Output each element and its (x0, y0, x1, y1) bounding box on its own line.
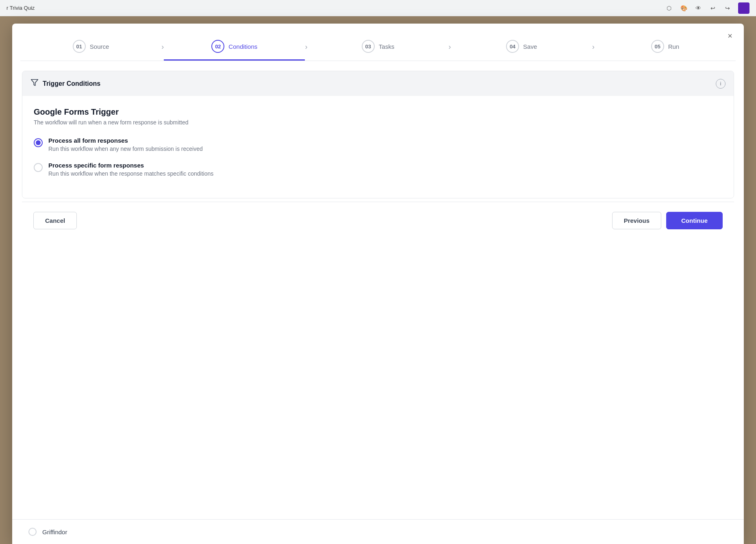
step-tasks-number: 03 (362, 40, 375, 53)
radio-sublabel-specific: Run this workflow when the response matc… (48, 170, 213, 177)
trigger-section: Trigger Conditions i Google Forms Trigge… (22, 71, 734, 198)
radio-label-all: Process all form responses (48, 137, 203, 144)
radio-sublabel-all: Run this workflow when any new form subm… (48, 146, 203, 152)
step-conditions-number: 02 (211, 40, 224, 53)
radio-button-specific[interactable] (34, 163, 43, 172)
browser-title: r Trivia Quiz (7, 5, 35, 11)
filter-icon (30, 78, 39, 89)
radio-button-all[interactable] (34, 138, 43, 147)
bottom-partial: Griffindor (12, 519, 744, 544)
redo-icon[interactable]: ↪ (723, 4, 732, 12)
previous-button[interactable]: Previous (612, 212, 661, 229)
step-source-number: 01 (73, 40, 86, 53)
step-run[interactable]: 05 Run (595, 32, 736, 61)
griffindor-radio[interactable] (28, 528, 37, 536)
trigger-body: Google Forms Trigger The workflow will r… (22, 96, 734, 198)
griffindor-label: Griffindor (42, 529, 67, 535)
color-icon[interactable]: 🎨 (680, 4, 688, 12)
radio-option-specific-text: Process specific form responses Run this… (48, 162, 213, 177)
footer-divider (22, 202, 734, 202)
modal: × 01 Source › 02 Conditions › 03 Tasks ›… (12, 24, 744, 544)
continue-button[interactable]: Continue (666, 212, 723, 229)
extension-icon (738, 2, 749, 14)
step-conditions-label: Conditions (228, 43, 257, 50)
trigger-subtitle: Google Forms Trigger (34, 107, 722, 117)
trigger-header: Trigger Conditions i (22, 71, 734, 96)
stepper: 01 Source › 02 Conditions › 03 Tasks › 0… (20, 32, 736, 61)
modal-content: Trigger Conditions i Google Forms Trigge… (12, 61, 744, 544)
step-source[interactable]: 01 Source (20, 32, 161, 61)
step-source-label: Source (90, 43, 109, 50)
step-run-label: Run (668, 43, 680, 50)
trigger-description: The workflow will run when a new form re… (34, 119, 722, 126)
radio-dot-all (36, 140, 41, 145)
browser-bar: r Trivia Quiz ⬡ 🎨 👁 ↩ ↪ (0, 0, 756, 16)
radio-label-specific: Process specific form responses (48, 162, 213, 169)
svg-marker-0 (31, 80, 38, 86)
page-background: × 01 Source › 02 Conditions › 03 Tasks ›… (0, 16, 756, 544)
info-icon[interactable]: i (716, 79, 726, 89)
radio-option-all[interactable]: Process all form responses Run this work… (34, 137, 722, 152)
step-save-label: Save (523, 43, 537, 50)
step-run-number: 05 (651, 40, 664, 53)
cancel-button[interactable]: Cancel (33, 212, 77, 229)
step-save-number: 04 (506, 40, 519, 53)
modal-footer: Cancel Previous Continue (22, 212, 734, 241)
step-tasks[interactable]: 03 Tasks (307, 32, 448, 61)
navigation-buttons: Previous Continue (612, 212, 723, 229)
radio-option-all-text: Process all form responses Run this work… (48, 137, 203, 152)
step-save[interactable]: 04 Save (451, 32, 592, 61)
undo-icon[interactable]: ↩ (709, 4, 717, 12)
trigger-title: Trigger Conditions (43, 80, 100, 87)
eye-icon[interactable]: 👁 (694, 4, 702, 12)
radio-option-specific[interactable]: Process specific form responses Run this… (34, 162, 722, 177)
trigger-header-left: Trigger Conditions (30, 78, 100, 89)
browser-icons: ⬡ 🎨 👁 ↩ ↪ (665, 2, 749, 14)
step-tasks-label: Tasks (379, 43, 394, 50)
step-conditions[interactable]: 02 Conditions (164, 32, 305, 61)
cast-icon[interactable]: ⬡ (665, 4, 673, 12)
